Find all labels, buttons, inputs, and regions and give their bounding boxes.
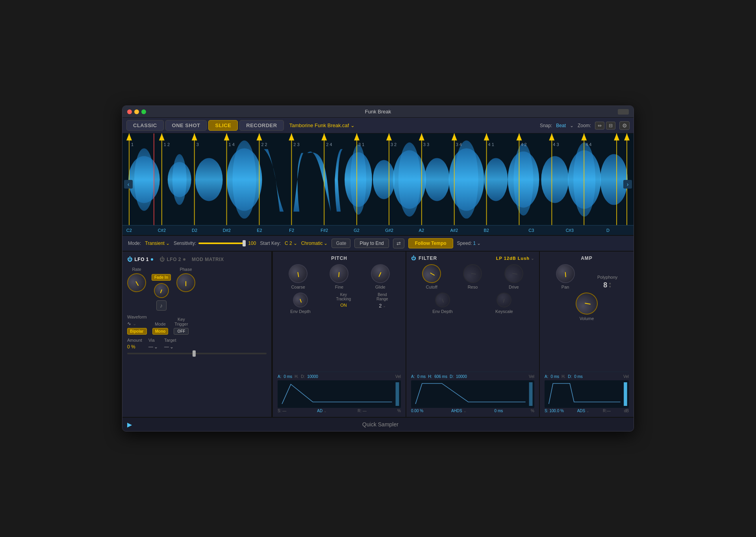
- maximize-button[interactable]: [141, 109, 146, 114]
- filter-type-selector[interactable]: LP 12dB Lush ⌄: [496, 256, 534, 261]
- polyphony-up[interactable]: ▲: [608, 282, 611, 285]
- gate-button[interactable]: Gate: [332, 239, 350, 248]
- lfo-phase-knob[interactable]: [176, 273, 195, 292]
- bend-range-label: Bend Range: [376, 293, 388, 301]
- coarse-knob[interactable]: [287, 263, 309, 285]
- drive-knob[interactable]: [503, 263, 525, 285]
- glide-knob[interactable]: [368, 261, 393, 286]
- waveform-display: 1 1 2 3 1 4 2 2 2 3 2 4 3 1 3 2 3 3 3 4 …: [122, 133, 634, 235]
- waveform-scroll-right[interactable]: ›: [623, 180, 632, 189]
- note-label-cs2: C#2: [158, 228, 166, 233]
- volume-knob[interactable]: [574, 291, 600, 317]
- filter-vel-label: Vel: [529, 374, 534, 379]
- amount-group: Amount 0 %: [127, 338, 142, 350]
- fade-in-badge[interactable]: Fade In: [152, 274, 171, 281]
- note-label-d2: D2: [192, 228, 197, 233]
- lfo1-tab[interactable]: ⏻ LFO 1: [127, 256, 153, 262]
- tab-slice[interactable]: SLICE: [208, 120, 238, 131]
- keyscale-knob[interactable]: [495, 291, 513, 309]
- pitch-env-d-label: D:: [301, 374, 305, 379]
- lfo-amount-slider-thumb[interactable]: [193, 350, 196, 357]
- reso-knob[interactable]: [462, 263, 484, 285]
- snap-label: Snap:: [540, 123, 552, 128]
- waveform-scroll-left[interactable]: ‹: [124, 180, 133, 189]
- pitch-env-type-selector[interactable]: AD ⌄: [317, 409, 327, 413]
- mode-selector[interactable]: Transient ⌄: [145, 241, 170, 246]
- via-arrow: ⌄: [154, 344, 158, 350]
- amp-env-s-value: S: 100.0 %: [545, 409, 564, 413]
- phase-label: Phase: [180, 267, 192, 272]
- loop-button[interactable]: ⇄: [393, 239, 404, 248]
- svg-point-16: [484, 158, 508, 201]
- note-label-d3: D: [606, 228, 610, 233]
- filter-envelope: A: 0 ms H: 606 ms D: 10000 Vel: [411, 372, 534, 413]
- amp-env-d-value: 0 ms: [574, 374, 583, 379]
- chromatic-selector[interactable]: Chromatic ⌄: [301, 241, 328, 246]
- play-to-end-button[interactable]: Play to End: [354, 239, 389, 248]
- svg-point-18: [513, 144, 533, 216]
- speed-control: Speed: 1 ⌄: [457, 241, 481, 246]
- env-depth-knob[interactable]: [291, 291, 310, 310]
- bipolar-badge[interactable]: Bipolar: [127, 328, 147, 335]
- pitch-envelope: A: 0 ms H. D: 10000 Vel: [278, 372, 401, 413]
- lfo2-tab[interactable]: ⏻ LFO 2: [159, 256, 185, 262]
- mono-badge[interactable]: Mono: [152, 328, 169, 335]
- bend-range-arrow[interactable]: ⌄: [383, 304, 386, 308]
- amp-env-params: A: 0 ms H. D: 0 ms Vel: [545, 374, 629, 379]
- tab-recorder[interactable]: RECORDER: [239, 120, 284, 131]
- filter-env-depth-knob[interactable]: [433, 291, 452, 310]
- polyphony-stepper[interactable]: ▲ ▼: [608, 282, 611, 289]
- svg-text:2 3: 2 3: [293, 142, 299, 147]
- reso-group: Reso: [463, 264, 482, 289]
- amp-env-type-selector[interactable]: ADS ⌄: [577, 409, 590, 413]
- key-trigger-off[interactable]: OFF: [174, 328, 189, 335]
- polyphony-down[interactable]: ▼: [608, 285, 611, 289]
- tab-classic[interactable]: CLASSIC: [126, 120, 164, 131]
- lfo2-power-icon[interactable]: ⏻: [159, 256, 165, 262]
- pitch-env-type-arrow[interactable]: ⌄: [324, 409, 327, 413]
- lfo1-power-icon[interactable]: ⏻: [127, 256, 133, 262]
- close-button[interactable]: [127, 109, 132, 114]
- target-selector[interactable]: — ⌄: [164, 344, 176, 350]
- start-key-selector[interactable]: C 2 ⌄: [285, 241, 297, 246]
- bend-range-group: Bend Range 2 ⌄: [376, 293, 388, 314]
- zoom-full-button[interactable]: ⊟: [606, 122, 615, 130]
- amp-env-type-arrow[interactable]: ⌄: [586, 409, 589, 413]
- drive-group: Drive: [504, 264, 523, 289]
- svg-text:2 2: 2 2: [261, 142, 267, 147]
- lfo-amount-slider[interactable]: [127, 353, 267, 354]
- minimize-button[interactable]: [134, 109, 139, 114]
- lfo-rate-knob[interactable]: [124, 270, 150, 296]
- waveform-shape-arrow[interactable]: ⌄: [133, 321, 136, 326]
- pitch-vel-label: Vel: [395, 374, 401, 379]
- music-note-button[interactable]: ♪: [156, 300, 167, 311]
- filter-env-type-selector[interactable]: AHDS ⌄: [451, 409, 467, 413]
- mod-matrix-tab[interactable]: MOD MATRIX: [192, 257, 224, 262]
- speed-arrow[interactable]: ⌄: [477, 241, 481, 246]
- filter-power-icon[interactable]: ⏻: [411, 256, 416, 261]
- snap-value[interactable]: Beat: [556, 123, 566, 128]
- lfo-fadein-knob[interactable]: [152, 281, 171, 300]
- svg-point-22: [600, 154, 628, 205]
- sensitivity-slider-track[interactable]: [198, 243, 246, 244]
- svg-rect-78: [529, 382, 533, 406]
- via-selector[interactable]: — ⌄: [148, 344, 158, 350]
- tab-oneshot[interactable]: ONE SHOT: [165, 120, 207, 131]
- pan-knob[interactable]: [555, 263, 576, 284]
- waveform-area[interactable]: 1 1 2 3 1 4 2 2 2 3 2 4 3 1 3 2 3 3 3 4 …: [122, 133, 634, 236]
- window-control-button[interactable]: [618, 109, 629, 115]
- cutoff-knob[interactable]: [419, 261, 445, 287]
- follow-tempo-button[interactable]: Follow Tempo: [408, 238, 453, 248]
- zoom-fit-button[interactable]: ⇔: [595, 122, 604, 130]
- file-selector[interactable]: Tamborine Funk Break.caf ⌄: [289, 122, 538, 128]
- fine-knob[interactable]: [329, 263, 349, 284]
- sensitivity-slider-thumb[interactable]: [243, 240, 246, 246]
- mode-value: Transient: [145, 241, 165, 246]
- svg-text:1 4: 1 4: [229, 142, 235, 147]
- filter-env-type-arrow[interactable]: ⌄: [463, 409, 467, 413]
- filter-env-graph: [411, 380, 534, 408]
- settings-button[interactable]: ⚙: [619, 121, 630, 130]
- svg-text:3 4: 3 4: [456, 142, 462, 147]
- sensitivity-control[interactable]: Sensitivity: 100: [174, 241, 256, 246]
- play-button[interactable]: ▶: [127, 421, 132, 428]
